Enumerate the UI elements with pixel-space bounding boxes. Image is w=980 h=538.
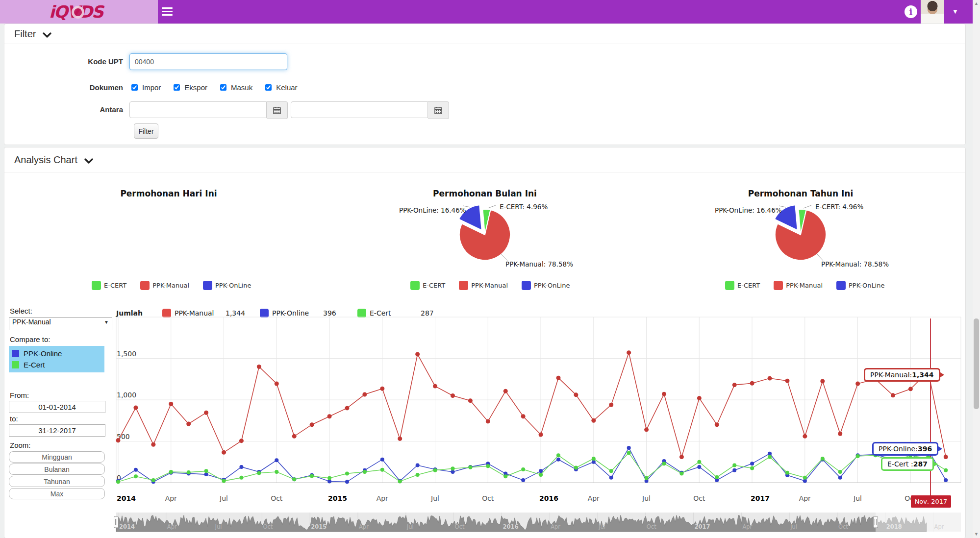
user-avatar[interactable]: [921, 0, 944, 24]
e-cert-swatch: [12, 361, 19, 368]
scroll-up-icon[interactable]: ▲: [973, 0, 980, 7]
svg-text:Oct: Oct: [647, 523, 656, 530]
svg-text:Apr: Apr: [551, 523, 560, 530]
series-select-dropdown[interactable]: PPK-Manual ▼: [9, 317, 112, 330]
legend-item-ppk-online[interactable]: PPK-OnLine: [203, 281, 251, 290]
time-series-chart[interactable]: 05001,0001,5002014AprJulOct2015AprJulOct…: [110, 316, 968, 512]
legend-item-ecert[interactable]: E-CERT: [92, 281, 126, 290]
filter-panel-title: Filter: [14, 28, 36, 39]
filter-panel-header[interactable]: Filter: [4, 24, 965, 44]
ppk-online-swatch: [12, 350, 19, 357]
compare-item-ppk-online[interactable]: PPK-Online: [9, 348, 104, 359]
svg-text:2016: 2016: [503, 523, 518, 530]
page-scrollbar[interactable]: ▲ ▼: [973, 0, 980, 538]
legend-item-ppk-manual[interactable]: PPK-Manual: [140, 281, 189, 290]
svg-text:Jul: Jul: [790, 523, 797, 530]
filter-submit-button[interactable]: Filter: [134, 123, 158, 139]
compare-item-e-cert[interactable]: E-Cert: [9, 359, 104, 370]
tooltip-ppk-online: PPK-Online:396: [872, 442, 938, 456]
tooltip-e-cert: E-Cert :287: [881, 457, 934, 471]
collapse-chevron-icon[interactable]: [43, 25, 51, 45]
logo-ring-icon: [72, 6, 84, 19]
dokumen-checkbox-group: Impor Ekspor Masuk Keluar: [129, 83, 298, 92]
navigator-handle[interactable]: [874, 516, 878, 528]
crosshair-date-badge: Nov, 2017: [911, 495, 951, 508]
svg-text:Jul: Jul: [642, 494, 651, 502]
legend-item-ppk-online[interactable]: PPK-OnLine: [836, 281, 884, 290]
calendar-icon: [434, 106, 442, 114]
date-from-group: [129, 101, 288, 118]
dokumen-label: Dokumen: [74, 83, 123, 92]
svg-text:Jul: Jul: [406, 523, 414, 530]
to-date-input[interactable]: [9, 424, 105, 437]
legend-item-ppk-online[interactable]: PPK-OnLine: [522, 281, 570, 290]
dokumen-checkbox-keluar[interactable]: [265, 84, 272, 91]
logo-band: iQVDS: [0, 0, 158, 24]
pie-legend-hari: E-CERT PPK-Manual PPK-OnLine: [92, 281, 251, 290]
date-to-input[interactable]: [291, 101, 428, 118]
svg-text:Oct: Oct: [838, 523, 848, 530]
dokumen-option-keluar[interactable]: Keluar: [263, 83, 297, 92]
analysis-panel-title: Analysis Chart: [14, 154, 77, 165]
from-date-input[interactable]: [9, 401, 105, 413]
compare-to-list: PPK-Online E-Cert: [9, 346, 104, 372]
dokumen-option-masuk[interactable]: Masuk: [218, 83, 252, 92]
zoom-tahunan-button[interactable]: Tahunan: [9, 476, 105, 487]
svg-text:1,500: 1,500: [117, 350, 136, 358]
svg-text:Oct: Oct: [693, 494, 705, 502]
dokumen-option-ekspor[interactable]: Ekspor: [172, 83, 207, 92]
svg-text:Jul: Jul: [430, 494, 439, 502]
filter-panel: Filter Kode UPT Dokumen Impor Ekspor Mas…: [4, 24, 966, 145]
svg-text:Oct: Oct: [271, 494, 283, 502]
svg-text:2017: 2017: [695, 523, 710, 530]
hamburger-menu-icon[interactable]: [162, 7, 173, 18]
pie-legend-tahun: E-CERT PPK-Manual PPK-OnLine: [725, 281, 884, 290]
navigator-handle[interactable]: [114, 516, 119, 528]
legend-item-ecert[interactable]: E-CERT: [410, 281, 445, 290]
pie-label-ppk-online: PPK-OnLine: 16.46%: [715, 206, 782, 214]
pie-label-ppk-manual: PPK-Manual: 78.58%: [505, 260, 573, 268]
user-menu-caret-icon[interactable]: ▼: [952, 8, 958, 15]
dokumen-checkbox-masuk[interactable]: [220, 84, 226, 91]
dokumen-option-impor[interactable]: Impor: [129, 83, 161, 92]
analysis-panel-header[interactable]: Analysis Chart: [4, 147, 965, 172]
select-caret-icon: ▼: [104, 319, 109, 325]
svg-text:Jul: Jul: [215, 523, 222, 530]
from-label: From:: [10, 391, 29, 399]
pie-title-hari: Permohonan Hari Ini: [66, 189, 272, 198]
svg-text:2014: 2014: [119, 523, 135, 530]
legend-item-ppk-manual[interactable]: PPK-Manual: [774, 281, 823, 290]
calendar-icon: [273, 106, 281, 114]
svg-text:2015: 2015: [328, 494, 347, 502]
svg-text:Apr: Apr: [588, 494, 600, 502]
svg-text:2017: 2017: [751, 494, 770, 502]
legend-item-ppk-manual[interactable]: PPK-Manual: [459, 281, 508, 290]
zoom-mingguan-button[interactable]: Mingguan: [9, 451, 105, 463]
svg-text:Oct: Oct: [455, 523, 465, 530]
pie-label-e-cert: E-CERT: 4.96%: [500, 203, 548, 211]
zoom-bulanan-button[interactable]: Bulanan: [9, 464, 105, 475]
chart-navigator[interactable]: 2014AprJulOct2015AprJulOct2016AprJulOct2…: [110, 513, 968, 535]
date-from-input[interactable]: [129, 101, 267, 118]
pie-label-ppk-manual: PPK-Manual: 78.58%: [821, 260, 889, 268]
svg-text:Apr: Apr: [742, 523, 752, 530]
tooltip-ppk-manual: PPK-Manual:1,344: [864, 368, 940, 382]
zoom-label: Zoom:: [10, 441, 31, 449]
scroll-down-icon[interactable]: ▼: [973, 531, 980, 538]
svg-text:Oct: Oct: [482, 494, 494, 502]
dokumen-checkbox-impor[interactable]: [131, 84, 138, 91]
info-icon[interactable]: i: [905, 5, 917, 18]
antara-label: Antara: [74, 105, 123, 114]
calendar-to-button[interactable]: [428, 101, 449, 119]
kode-upt-input[interactable]: [129, 53, 287, 70]
scrollbar-thumb[interactable]: [974, 318, 979, 409]
pie-label-e-cert: E-CERT: 4.96%: [815, 203, 863, 211]
legend-item-ecert[interactable]: E-CERT: [725, 281, 760, 290]
zoom-max-button[interactable]: Max: [9, 488, 105, 499]
dokumen-checkbox-ekspor[interactable]: [174, 84, 180, 91]
svg-text:Apr: Apr: [799, 494, 811, 502]
top-navbar: iQVDS i ▼: [0, 0, 973, 24]
calendar-from-button[interactable]: [267, 101, 288, 119]
collapse-chevron-icon[interactable]: [84, 148, 93, 173]
pie-label-ppk-online: PPK-OnLine: 16.46%: [399, 206, 466, 214]
